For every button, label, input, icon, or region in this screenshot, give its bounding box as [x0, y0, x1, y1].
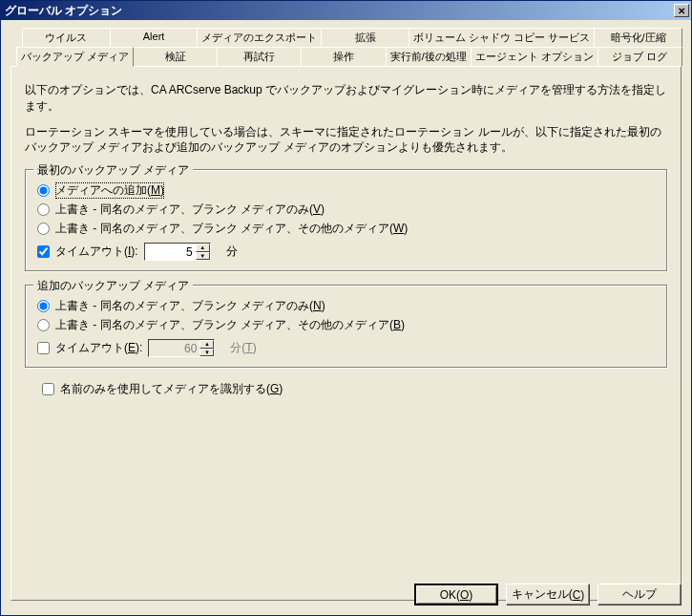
timeout2-spinner: ▲▼ [148, 339, 215, 357]
radio-append[interactable] [37, 184, 50, 197]
radio2-overwrite-same-blank-label[interactable]: 上書き - 同名のメディア、ブランク メディアのみ(N) [55, 298, 325, 314]
radio-row-append: メディアへの追加(M) [37, 182, 655, 199]
tab-encryption[interactable]: 暗号化/圧縮 [594, 28, 682, 47]
timeout2-unit: 分(T) [230, 340, 256, 356]
window-title: グローバル オプション [5, 3, 674, 19]
timeout1-spin-buttons[interactable]: ▲▼ [196, 244, 210, 260]
tab-retry[interactable]: 再試行 [217, 47, 302, 66]
tab-vss[interactable]: ボリューム シャドウ コピー サービス [409, 28, 595, 47]
timeout1-label[interactable]: タイムアウト(I): [55, 244, 138, 260]
radio2-overwrite-any-label[interactable]: 上書き - 同名のメディア、ブランク メディア、その他のメディア(B) [55, 317, 405, 333]
timeout1-unit: 分 [226, 244, 238, 260]
help-button[interactable]: ヘルプ [598, 584, 682, 605]
tab-job-log[interactable]: ジョブ ログ [598, 47, 682, 66]
radio-overwrite-any[interactable] [37, 223, 50, 235]
timeout2-spin-buttons: ▲▼ [199, 340, 214, 356]
tab-alert[interactable]: Alert [110, 28, 199, 47]
radio-append-label[interactable]: メディアへの追加(M) [55, 182, 164, 199]
group-additional-media-legend: 追加のバックアップ メディア [33, 278, 193, 294]
tab-panel: 以下のオプションでは、CA ARCserve Backup でバックアップおよび… [10, 66, 682, 601]
nameonly-row: 名前のみを使用してメディアを識別する(G) [42, 381, 667, 397]
tab-agent-options[interactable]: エージェント オプション [471, 47, 598, 66]
timeout1-spinner: ▲▼ [144, 243, 211, 261]
tab-media-export[interactable]: メディアのエクスポート [197, 28, 322, 47]
nameonly-checkbox[interactable] [42, 383, 54, 395]
timeout1-checkbox[interactable] [37, 245, 50, 258]
group-additional-media: 追加のバックアップ メディア 上書き - 同名のメディア、ブランク メディアのみ… [25, 285, 667, 368]
radio2-overwrite-any[interactable] [37, 319, 50, 331]
tab-row-1: ウイルス Alert メディアのエクスポート 拡張 ボリューム シャドウ コピー… [22, 28, 682, 47]
tab-virus[interactable]: ウイルス [22, 28, 111, 47]
titlebar: グローバル オプション ✕ [1, 1, 691, 20]
radio-overwrite-same-blank[interactable] [37, 203, 50, 216]
group-first-media: 最初のバックアップ メディア メディアへの追加(M) 上書き - 同名のメディア… [25, 169, 667, 271]
radio2-overwrite-same-blank[interactable] [37, 300, 50, 312]
radio-row-overwrite-any: 上書き - 同名のメディア、ブランク メディア、その他のメディア(W) [37, 221, 655, 237]
description-2: ローテーション スキーマを使用している場合は、スキーマに指定されたローテーション… [25, 124, 667, 157]
timeout2-label[interactable]: タイムアウト(E): [55, 340, 142, 356]
ok-button[interactable]: OK(O) [414, 584, 498, 605]
dialog-body: ウイルス Alert メディアのエクスポート 拡張 ボリューム シャドウ コピー… [1, 20, 691, 615]
radio-row-overwrite-same-blank: 上書き - 同名のメディア、ブランク メディアのみ(V) [37, 202, 655, 218]
tab-row-2: バックアップ メディア 検証 再試行 操作 実行前/後の処理 エージェント オプ… [16, 47, 682, 66]
tab-advanced[interactable]: 拡張 [321, 28, 409, 47]
tab-prepost[interactable]: 実行前/後の処理 [386, 47, 472, 66]
radio-overwrite-any-label[interactable]: 上書き - 同名のメディア、ブランク メディア、その他のメディア(W) [55, 221, 408, 237]
timeout2-checkbox[interactable] [37, 342, 50, 354]
radio-overwrite-same-blank-label[interactable]: 上書き - 同名のメディア、ブランク メディアのみ(V) [55, 202, 325, 218]
timeout-row-1: タイムアウト(I): ▲▼ 分 [37, 243, 655, 261]
timeout-row-2: タイムアウト(E): ▲▼ 分(T) [37, 339, 655, 357]
global-options-window: グローバル オプション ✕ ウイルス Alert メディアのエクスポート 拡張 … [0, 0, 692, 616]
radio2-row-overwrite-same-blank: 上書き - 同名のメディア、ブランク メディアのみ(N) [37, 298, 655, 314]
tab-verify[interactable]: 検証 [133, 47, 218, 66]
group-first-media-legend: 最初のバックアップ メディア [33, 162, 193, 179]
tab-operation[interactable]: 操作 [301, 47, 386, 66]
tab-backup-media[interactable]: バックアップ メディア [16, 47, 134, 67]
description-1: 以下のオプションでは、CA ARCserve Backup でバックアップおよび… [25, 82, 667, 115]
button-bar: OK(O) キャンセル(C) ヘルプ [414, 584, 682, 605]
cancel-button[interactable]: キャンセル(C) [506, 584, 590, 605]
nameonly-label[interactable]: 名前のみを使用してメディアを識別する(G) [60, 381, 283, 397]
radio2-row-overwrite-any: 上書き - 同名のメディア、ブランク メディア、その他のメディア(B) [37, 317, 655, 333]
close-button[interactable]: ✕ [674, 4, 689, 17]
